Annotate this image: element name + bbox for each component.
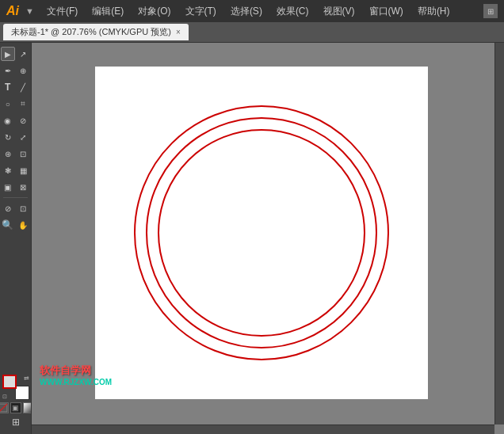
- pen-tool[interactable]: ✒: [1, 63, 15, 78]
- selection-tool[interactable]: ▶: [1, 47, 15, 61]
- fill-none-box[interactable]: [0, 402, 9, 413]
- rotate-tool[interactable]: ↻: [1, 130, 15, 144]
- watermark: 软件自学网 WWW.RJZXW.COM: [40, 364, 112, 386]
- menu-view[interactable]: 视图(V): [317, 3, 361, 20]
- tool-row-pen: ✒ ⊕: [0, 63, 31, 78]
- hand-tool[interactable]: ✋: [17, 218, 31, 232]
- tool-row-zoom: 🔍 ✋: [0, 217, 31, 233]
- slice-tool[interactable]: ⊠: [17, 180, 31, 194]
- horizontal-scrollbar[interactable]: [32, 424, 494, 434]
- tool-row-blob: ◉ ⊘: [0, 112, 31, 128]
- middle-circle: [147, 118, 376, 348]
- artboard-tool[interactable]: ▣: [1, 180, 15, 194]
- column-graph-tool[interactable]: ▦: [17, 163, 31, 177]
- menu-help[interactable]: 帮助(H): [411, 3, 456, 20]
- menu-object[interactable]: 对象(O): [132, 3, 177, 20]
- menu-select[interactable]: 选择(S): [224, 3, 269, 20]
- foreground-color-swatch[interactable]: [2, 375, 17, 389]
- ai-logo: Ai: [6, 4, 19, 18]
- tool-row-eyedropper: ⊘ ⊡: [0, 200, 31, 216]
- line-tool[interactable]: ╱: [17, 80, 31, 94]
- symbol-tool[interactable]: ❃: [1, 163, 15, 177]
- vertical-scrollbar[interactable]: [494, 43, 504, 424]
- eraser-tool[interactable]: ⊘: [17, 113, 31, 128]
- direct-selection-tool[interactable]: ↗: [17, 47, 30, 61]
- menu-type[interactable]: 文字(T): [179, 3, 223, 20]
- window-controls: ⊞: [483, 4, 498, 18]
- left-toolbar: ▶ ↗ ✒ ⊕ T ╱ ○ ⌗ ◉ ⊘ ↻ ⤢ ⊛ ⊡ ❃ ▦: [0, 43, 32, 434]
- grid-view-button[interactable]: ⊞: [483, 4, 498, 18]
- default-colors-icon[interactable]: ⊡: [2, 394, 7, 400]
- warp-tool[interactable]: ⊛: [1, 147, 15, 161]
- gradient-box[interactable]: [23, 402, 32, 413]
- tool-row-symbol: ❃ ▦: [0, 162, 31, 178]
- tool-row-warp: ⊛ ⊡: [0, 146, 31, 162]
- menu-edit[interactable]: 编辑(E): [86, 3, 130, 20]
- measure-tool[interactable]: ⊡: [17, 201, 31, 215]
- arrange-icon[interactable]: ⊞: [12, 417, 20, 428]
- inner-circle: [158, 130, 365, 336]
- tool-row-rotate: ↻ ⤢: [0, 129, 31, 145]
- zoom-tool[interactable]: 🔍: [1, 218, 15, 232]
- stroke-box[interactable]: ▣: [10, 402, 21, 413]
- blob-brush-tool[interactable]: ◉: [1, 113, 15, 128]
- canvas: [95, 67, 428, 399]
- tool-row-artboard: ▣ ⊠: [0, 179, 31, 195]
- ellipse-tool[interactable]: ○: [1, 97, 15, 111]
- menu-bar: 文件(F) 编辑(E) 对象(O) 文字(T) 选择(S) 效果(C) 视图(V…: [40, 3, 483, 20]
- title-bar: Ai ▼ 文件(F) 编辑(E) 对象(O) 文字(T) 选择(S) 效果(C)…: [0, 0, 504, 22]
- brush-tool[interactable]: ⌗: [17, 97, 31, 111]
- anchor-tool[interactable]: ⊕: [17, 63, 31, 78]
- menu-file[interactable]: 文件(F): [40, 3, 84, 20]
- watermark-line1: 软件自学网: [40, 364, 112, 378]
- active-tab[interactable]: 未标题-1* @ 207.76% (CMYK/GPU 预览) ×: [3, 24, 189, 40]
- tab-label: 未标题-1* @ 207.76% (CMYK/GPU 预览): [11, 26, 171, 38]
- type-tool[interactable]: T: [1, 80, 15, 94]
- canvas-area[interactable]: 软件自学网 WWW.RJZXW.COM: [32, 43, 504, 434]
- main-area: ▶ ↗ ✒ ⊕ T ╱ ○ ⌗ ◉ ⊘ ↻ ⤢ ⊛ ⊡ ❃ ▦: [0, 43, 504, 434]
- watermark-line2: WWW.RJZXW.COM: [40, 378, 112, 386]
- menu-window[interactable]: 窗口(W): [363, 3, 410, 20]
- tool-row-shape: ○ ⌗: [0, 96, 31, 112]
- outer-circle: [135, 106, 388, 360]
- free-transform-tool[interactable]: ⊡: [17, 147, 31, 161]
- tool-row-type: T ╱: [0, 79, 31, 95]
- menu-effect[interactable]: 效果(C): [270, 3, 315, 20]
- swap-colors-icon[interactable]: ⇄: [24, 375, 29, 382]
- title-bar-icon: ▼: [25, 6, 34, 16]
- tab-close-button[interactable]: ×: [176, 28, 181, 36]
- eyedropper-tool[interactable]: ⊘: [1, 201, 15, 215]
- tab-bar: 未标题-1* @ 207.76% (CMYK/GPU 预览) ×: [0, 22, 504, 43]
- canvas-svg: [95, 67, 428, 399]
- scale-tool[interactable]: ⤢: [17, 130, 31, 144]
- background-color-swatch[interactable]: [15, 386, 29, 400]
- tool-separator: [3, 197, 28, 198]
- tool-row-selection: ▶ ↗: [0, 46, 31, 62]
